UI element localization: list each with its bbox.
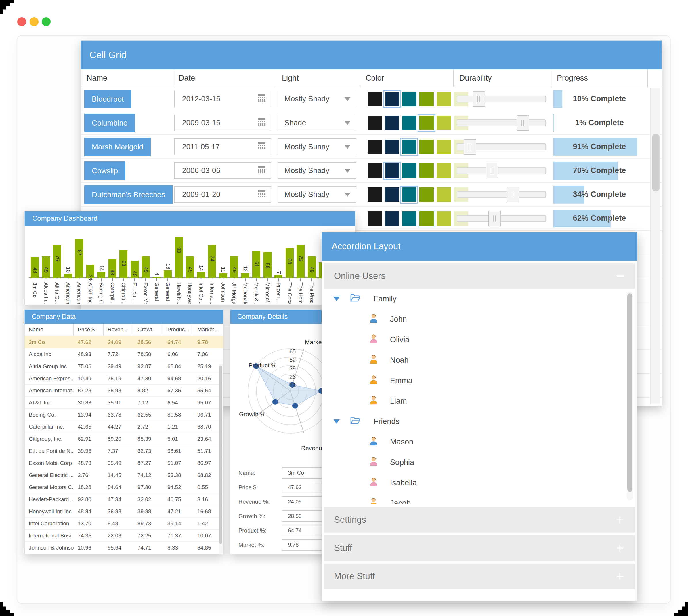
color-swatch[interactable]: [385, 139, 399, 154]
color-swatch[interactable]: [419, 116, 434, 130]
tree-user-row[interactable]: Noah: [322, 350, 637, 371]
traffic-light-minimize-button[interactable]: [30, 17, 39, 26]
traffic-light-zoom-button[interactable]: [42, 17, 51, 26]
date-picker-input[interactable]: 2011-05-17: [174, 138, 271, 155]
tree-scrollbar[interactable]: [627, 292, 633, 500]
slider-handle[interactable]: [488, 211, 501, 226]
color-swatch[interactable]: [437, 92, 451, 106]
plant-name-chip[interactable]: Marsh Marigold: [84, 138, 151, 156]
color-swatch[interactable]: [385, 92, 399, 106]
color-swatch[interactable]: [368, 116, 382, 130]
cell-grid-scrollbar[interactable]: [650, 88, 660, 404]
collapse-icon[interactable]: [616, 276, 624, 277]
color-swatch[interactable]: [419, 211, 434, 226]
plant-name-chip[interactable]: Dutchman's-Breeches: [84, 185, 173, 204]
slider-handle[interactable]: [485, 163, 498, 178]
calendar-icon[interactable]: [257, 165, 266, 174]
table-row[interactable]: General Electric ...3.7614.4574.1253.386…: [25, 469, 223, 481]
chevron-down-icon[interactable]: [334, 297, 340, 301]
table-row[interactable]: Alcoa Inc48.937.7278.506.067.06: [25, 348, 223, 360]
color-swatch[interactable]: [368, 163, 382, 178]
table-row[interactable]: 3m Co47.6224.0928.5664.749.78: [25, 336, 223, 348]
calendar-icon[interactable]: [257, 189, 266, 198]
color-swatch[interactable]: [368, 139, 382, 154]
color-swatch[interactable]: [419, 92, 434, 106]
table-row[interactable]: Altria Group Inc75.0629.4992.8768.8425.1…: [25, 360, 223, 373]
color-swatch[interactable]: [402, 163, 416, 178]
durability-slider[interactable]: [457, 167, 546, 174]
table-row[interactable]: Honeywell Intl Inc48.8436.8839.8847.2116…: [25, 505, 223, 518]
color-swatch[interactable]: [437, 188, 451, 202]
table-row[interactable]: Exxon Mobil Corp48.7395.4987.2751.0786.9…: [25, 457, 223, 469]
durability-slider[interactable]: [457, 95, 546, 103]
calendar-icon[interactable]: [257, 93, 266, 102]
color-swatch[interactable]: [402, 92, 416, 106]
durability-slider[interactable]: [457, 144, 546, 150]
color-swatch[interactable]: [437, 163, 451, 178]
date-picker-input[interactable]: 2006-03-06: [174, 162, 271, 179]
tree-group-row-family[interactable]: Family: [322, 289, 637, 309]
color-swatch[interactable]: [402, 116, 416, 130]
tree-group-row-friends[interactable]: Friends: [322, 411, 637, 432]
light-dropdown[interactable]: Mostly Shady: [278, 162, 357, 179]
slider-handle[interactable]: [464, 139, 476, 155]
calendar-icon[interactable]: [257, 141, 266, 150]
durability-slider[interactable]: [457, 215, 546, 222]
color-swatch[interactable]: [419, 163, 434, 178]
chevron-down-icon[interactable]: [334, 419, 340, 424]
accordion-section-settings[interactable]: Settings+: [324, 507, 635, 532]
expand-icon[interactable]: +: [616, 514, 624, 526]
cell-grid-scrollbar-thumb[interactable]: [652, 134, 660, 192]
color-swatch[interactable]: [368, 211, 382, 226]
color-swatch[interactable]: [368, 188, 382, 202]
plant-name-chip[interactable]: Columbine: [84, 114, 135, 132]
table-row[interactable]: E.I. du Pont de N...39.967.3762.7398.615…: [25, 445, 223, 457]
date-picker-input[interactable]: 2012-03-15: [174, 91, 271, 107]
light-dropdown[interactable]: Mostly Sunny: [278, 138, 357, 155]
accordion-section-stuff[interactable]: Stuff+: [324, 535, 635, 561]
tree-user-row[interactable]: Jacob: [322, 493, 637, 504]
light-dropdown[interactable]: Mostly Shady: [278, 91, 357, 107]
table-row[interactable]: Johnson & Johnson10.9695.6474.718.3364.8…: [25, 542, 223, 554]
date-picker-input[interactable]: 2009-03-15: [174, 114, 271, 131]
accordion-section-online-users[interactable]: Online Users: [324, 263, 635, 289]
table-row[interactable]: Boeing Co.13.9463.7862.5580.5896.71: [25, 409, 223, 421]
color-swatch[interactable]: [385, 163, 399, 178]
tree-user-row[interactable]: Liam: [322, 391, 637, 411]
traffic-light-close-button[interactable]: [17, 17, 26, 26]
tree-user-row[interactable]: Sophia: [322, 452, 637, 472]
color-swatch[interactable]: [402, 188, 416, 202]
color-swatch[interactable]: [437, 116, 451, 130]
color-swatch[interactable]: [419, 188, 434, 202]
durability-slider[interactable]: [457, 191, 546, 198]
color-swatch[interactable]: [402, 139, 416, 154]
color-swatch[interactable]: [437, 139, 451, 154]
table-row[interactable]: Intel Corporation13.708.4889.7339.141.42: [25, 518, 223, 530]
expand-icon[interactable]: +: [616, 571, 624, 582]
color-swatch[interactable]: [437, 211, 451, 226]
date-picker-input[interactable]: 2009-01-20: [174, 186, 271, 203]
tree-user-row[interactable]: Emma: [322, 371, 637, 391]
company-data-scrollbar-thumb[interactable]: [219, 366, 222, 544]
table-row[interactable]: General Motors C...18.2854.6497.8094.520…: [25, 481, 223, 493]
slider-handle[interactable]: [473, 91, 485, 107]
plant-name-chip[interactable]: Bloodroot: [84, 90, 131, 108]
tree-user-row[interactable]: Olivia: [322, 330, 637, 350]
table-row[interactable]: AT&T Inc30.8335.917.126.5495.07: [25, 397, 223, 409]
tree-user-row[interactable]: Isabella: [322, 472, 637, 493]
calendar-icon[interactable]: [257, 117, 266, 126]
color-swatch[interactable]: [385, 211, 399, 226]
light-dropdown[interactable]: Shade: [278, 114, 357, 131]
color-swatch[interactable]: [368, 92, 382, 106]
tree-scrollbar-thumb[interactable]: [627, 293, 633, 492]
table-row[interactable]: Caterpillar Inc.42.6544.272.721.2168.70: [25, 421, 223, 433]
table-row[interactable]: International Busi...74.3522.0372.2571.3…: [25, 530, 223, 542]
color-swatch[interactable]: [385, 116, 399, 130]
company-data-scrollbar[interactable]: [219, 364, 223, 554]
slider-handle[interactable]: [507, 187, 520, 202]
color-swatch[interactable]: [419, 139, 434, 154]
table-row[interactable]: American Internat...87.2335.988.8267.355…: [25, 384, 223, 397]
accordion-section-more-stuff[interactable]: More Stuff+: [324, 564, 635, 589]
tree-user-row[interactable]: Mason: [322, 432, 637, 452]
tree-user-row[interactable]: John: [322, 309, 637, 330]
